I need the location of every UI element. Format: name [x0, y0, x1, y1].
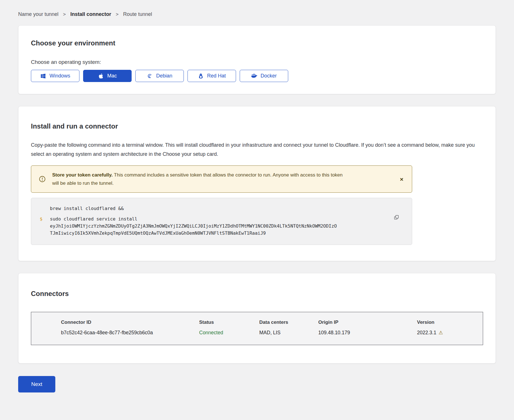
breadcrumb-step-route-tunnel[interactable]: Route tunnel — [123, 11, 152, 17]
os-button-label: Docker — [260, 73, 277, 79]
windows-icon — [40, 73, 46, 79]
connectors-table-header: Connector ID Status Data centers Origin … — [31, 320, 483, 325]
header-origin-ip: Origin IP — [318, 320, 417, 325]
copy-command-button[interactable] — [393, 214, 400, 221]
header-status: Status — [199, 320, 259, 325]
breadcrumb-separator: > — [116, 12, 119, 17]
cell-origin-ip: 109.48.10.179 — [318, 330, 417, 336]
cell-version: 2022.3.1 ⚠ — [417, 330, 483, 336]
token-warning-banner: Store your token carefully. This command… — [31, 165, 412, 193]
header-data-centers: Data centers — [259, 320, 318, 325]
prompt-column — [40, 205, 50, 212]
os-button-mac[interactable]: Mac — [83, 70, 132, 82]
tux-penguin-icon — [198, 73, 204, 79]
connectors-title: Connectors — [31, 290, 483, 298]
token-warning-bold: Store your token carefully. — [52, 172, 113, 178]
install-connector-card: Install and run a connector Copy-paste t… — [18, 106, 496, 261]
os-button-label: Debian — [156, 73, 172, 79]
tunnel-setup-page: Name your tunnel > Install connector > R… — [0, 0, 514, 399]
apple-icon — [98, 73, 104, 79]
next-button[interactable]: Next — [18, 376, 55, 392]
command-line-brew: brew install cloudflared && — [40, 205, 403, 212]
debian-icon — [147, 73, 153, 79]
os-select-label: Choose an operating system: — [31, 59, 483, 65]
version-warning-icon[interactable]: ⚠ — [439, 330, 443, 336]
os-button-debian[interactable]: Debian — [135, 70, 184, 82]
page-bottom-spacer — [18, 392, 496, 399]
header-connector-id: Connector ID — [31, 320, 199, 325]
breadcrumb-step-name-tunnel[interactable]: Name your tunnel — [18, 11, 58, 17]
command-line-service-install: $ sudo cloudflared service install eyJhI… — [40, 215, 403, 237]
dollar-prompt: $ — [40, 215, 50, 237]
connectors-card: Connectors Connector ID Status Data cent… — [18, 273, 496, 364]
cell-connector-id: b7c52c42-6caa-48ee-8c77-fbe259cb6c0a — [31, 330, 199, 336]
warning-close-button[interactable]: × — [399, 175, 405, 183]
environment-card-title: Choose your environment — [31, 39, 483, 47]
connector-table-row: b7c52c42-6caa-48ee-8c77-fbe259cb6c0a Con… — [31, 330, 483, 336]
breadcrumb: Name your tunnel > Install connector > R… — [18, 0, 496, 17]
header-version: Version — [417, 320, 483, 325]
os-button-group: Windows Mac Debian — [31, 70, 483, 82]
os-button-docker[interactable]: Docker — [240, 70, 288, 82]
install-connector-description: Copy-paste the following command into a … — [31, 140, 483, 159]
breadcrumb-separator: > — [63, 12, 66, 17]
command-token-line-2: TJmIiwicyI6Ik5XVmhZekpqTmpVdE5UQmtOQzAwT… — [50, 230, 337, 237]
install-command-block: brew install cloudflared && $ sudo cloud… — [31, 198, 412, 245]
breadcrumb-step-install-connector[interactable]: Install connector — [70, 11, 111, 17]
command-token-line-1: eyJhIjoiOWM1YjczYzhmZGNmZDUyOTg2ZjA3NmJm… — [50, 222, 337, 230]
token-warning-text: Store your token carefully. This command… — [52, 171, 345, 187]
cell-data-centers: MAD, LIS — [259, 330, 318, 336]
connectors-table: Connector ID Status Data centers Origin … — [31, 312, 483, 345]
os-button-windows[interactable]: Windows — [31, 70, 79, 82]
docker-whale-icon — [251, 73, 257, 79]
choose-environment-card: Choose your environment Choose an operat… — [18, 25, 496, 94]
os-button-label: Mac — [107, 73, 117, 79]
os-button-redhat[interactable]: Red Hat — [188, 70, 236, 82]
install-connector-title: Install and run a connector — [31, 122, 483, 130]
cell-status: Connected — [199, 330, 259, 336]
os-button-label: Windows — [49, 73, 70, 79]
command-sudo-line: sudo cloudflared service install — [50, 215, 337, 222]
copy-icon — [393, 215, 399, 220]
os-button-label: Red Hat — [207, 73, 226, 79]
alert-circle-icon — [39, 175, 46, 183]
